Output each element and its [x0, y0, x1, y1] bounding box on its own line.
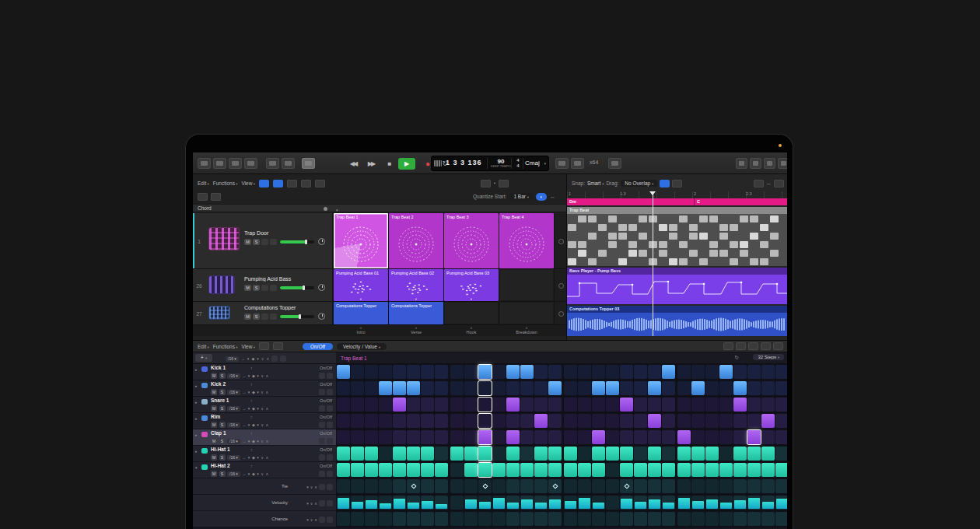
step-cell[interactable] — [407, 447, 420, 461]
step-cell[interactable] — [548, 447, 562, 461]
solo-button[interactable]: S — [219, 471, 226, 477]
step-cell[interactable] — [677, 463, 691, 477]
step-cell[interactable] — [719, 365, 733, 379]
step-cell[interactable] — [548, 430, 562, 444]
volume-slider[interactable] — [280, 315, 314, 318]
cell-play-toggle-icon[interactable]: ◐ — [536, 193, 547, 201]
step-cell[interactable] — [733, 479, 747, 493]
step-cell[interactable] — [634, 496, 647, 510]
step-cell[interactable] — [506, 463, 520, 477]
step-cell[interactable] — [337, 430, 350, 444]
step-cell[interactable] — [506, 512, 520, 526]
step-cell[interactable] — [365, 430, 378, 444]
next-pattern-icon[interactable] — [748, 342, 758, 350]
step-cell[interactable] — [761, 365, 775, 379]
step-cell[interactable] — [365, 365, 378, 379]
loop-cell[interactable]: Trap Beat 1 — [334, 213, 388, 268]
pencil-icon[interactable] — [287, 180, 297, 187]
subrow-edit-icon[interactable] — [319, 484, 325, 490]
step-cell[interactable] — [578, 430, 591, 444]
row-edit-icon[interactable] — [319, 373, 325, 379]
pan-knob[interactable] — [318, 284, 325, 291]
step-cell[interactable] — [421, 496, 434, 510]
loop-cell[interactable]: Computations Topper — [389, 302, 443, 324]
seq-row-header[interactable]: ▸Clap 1↕On/OffMS/16 ▾→▾◆▾∨∧ — [193, 429, 336, 446]
row-ctrl-icon[interactable]: ∨ — [261, 390, 264, 394]
loop-cell[interactable]: Pumping Acid Bass 02▾ — [389, 269, 443, 301]
track-header[interactable]: 27Computations TopperMS — [193, 302, 333, 324]
step-cell[interactable] — [691, 447, 705, 461]
subrow-edit-icon[interactable] — [327, 517, 333, 523]
step-cell[interactable] — [662, 430, 675, 444]
row-ctrl-icon[interactable]: ▾ — [248, 373, 250, 378]
step-cell[interactable] — [435, 381, 448, 395]
system-monitor-icon[interactable] — [198, 158, 211, 169]
velocity-bar[interactable] — [465, 499, 477, 509]
h-zoom-icon[interactable]: ↔ — [766, 180, 772, 186]
rows-view-toggle-icon[interactable] — [273, 180, 283, 187]
seq-row-header[interactable]: ▾Hi-Hat 2↕On/OffMS/16 ▾→▾◆▾∨∧ — [193, 462, 336, 478]
step-cell[interactable] — [775, 365, 787, 379]
step-cell[interactable] — [450, 512, 464, 526]
step-cell[interactable] — [691, 479, 705, 493]
pan-knob[interactable] — [318, 313, 325, 320]
step-cell[interactable] — [548, 381, 562, 395]
step-cell[interactable] — [775, 381, 787, 395]
catch-playhead-icon[interactable] — [754, 180, 764, 187]
step-cell[interactable] — [492, 463, 506, 477]
velocity-bar[interactable] — [748, 498, 760, 509]
scene-trigger[interactable]: ∧Intro — [334, 325, 388, 336]
velocity-bar[interactable] — [678, 498, 690, 509]
liveloops-menu-edit[interactable]: Edit ▾ — [198, 180, 209, 186]
row-ctrl-icon[interactable]: ▾ — [257, 455, 259, 460]
step-cell[interactable] — [634, 381, 647, 395]
group-header[interactable]: Chord ▾ — [193, 204, 566, 212]
link-icon[interactable] — [761, 342, 771, 350]
step-cell[interactable] — [464, 479, 478, 493]
step-cell[interactable] — [747, 463, 761, 477]
step-cell[interactable] — [520, 479, 534, 493]
tuner-icon[interactable] — [555, 158, 569, 169]
step-cell[interactable] — [450, 414, 464, 428]
v-zoom-icon[interactable] — [774, 180, 784, 187]
step-cell[interactable] — [365, 414, 378, 428]
row-ctrl-icon[interactable]: ◆ — [251, 356, 254, 361]
record-enable-button[interactable] — [261, 239, 268, 245]
step-cell[interactable] — [337, 479, 350, 493]
velocity-bar[interactable] — [720, 503, 732, 509]
step-cell[interactable] — [492, 414, 506, 428]
chevron-down-icon[interactable]: ▾ — [544, 161, 546, 166]
step-cell[interactable] — [564, 398, 577, 412]
step-cell[interactable] — [606, 430, 619, 444]
step-cell[interactable] — [379, 414, 392, 428]
step-cell[interactable] — [606, 398, 619, 412]
row-ctrl-icon[interactable]: ∧ — [265, 471, 268, 476]
subrow-edit-icon[interactable] — [327, 484, 333, 490]
playhead-marker[interactable] — [649, 191, 656, 195]
row-ctrl-icon[interactable]: ▾ — [257, 406, 259, 411]
step-cell[interactable] — [534, 463, 548, 477]
row-ctrl-icon[interactable]: ∧ — [265, 406, 268, 411]
step-cell[interactable] — [691, 496, 705, 510]
step-cell[interactable] — [648, 414, 661, 428]
step-cell[interactable] — [733, 430, 747, 444]
volume-slider[interactable] — [280, 240, 314, 243]
loop-cell[interactable]: Computations Topper — [334, 302, 388, 324]
disclosure-right-icon[interactable]: ▸ — [195, 433, 198, 437]
step-cell[interactable] — [677, 430, 691, 444]
step-cell[interactable] — [506, 398, 520, 412]
step-cell[interactable] — [634, 479, 647, 493]
step-cell[interactable] — [520, 447, 534, 461]
step-cell[interactable] — [492, 479, 506, 493]
playhead-line[interactable] — [653, 191, 653, 336]
step-cell[interactable] — [705, 414, 719, 428]
step-cell[interactable] — [705, 365, 719, 379]
step-cell[interactable] — [662, 463, 675, 477]
step-cell[interactable] — [634, 398, 647, 412]
step-cell[interactable] — [379, 479, 392, 493]
step-cell[interactable] — [548, 463, 562, 477]
quantize-selector[interactable]: 1 Bar ▾ — [509, 193, 533, 200]
subrow-ctrl-icon[interactable]: ∨ — [310, 485, 313, 489]
velocity-bar[interactable] — [776, 499, 787, 509]
velocity-bar[interactable] — [352, 502, 363, 509]
